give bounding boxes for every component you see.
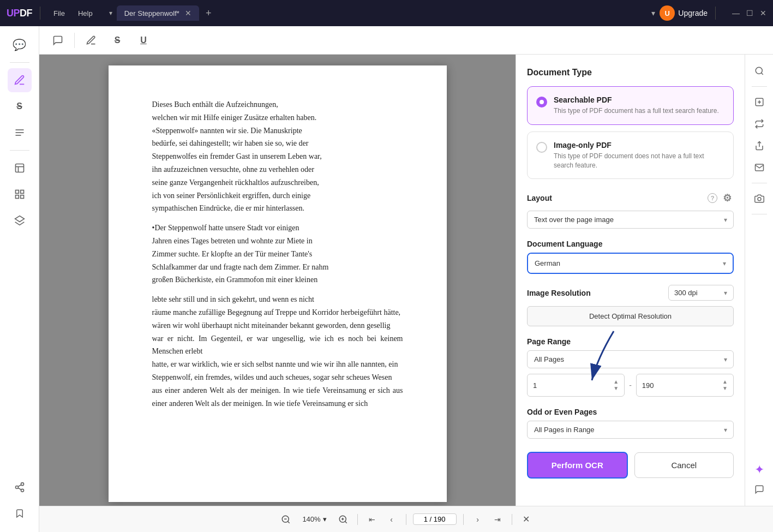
prev-page-button[interactable]: ‹	[384, 512, 399, 527]
svg-rect-9	[20, 195, 23, 199]
right-ocr-icon[interactable]	[750, 92, 769, 112]
close-button[interactable]: ✕	[760, 9, 766, 17]
toolbar-pen-icon[interactable]	[81, 31, 101, 50]
title-bar-dropdown-arrow[interactable]: ▾	[651, 9, 655, 17]
svg-point-13	[21, 489, 23, 492]
svg-rect-8	[15, 195, 19, 199]
searchable-pdf-option[interactable]: Searchable PDF This type of PDF document…	[527, 86, 734, 125]
toolbar: S U	[39, 26, 773, 55]
first-page-button[interactable]: ⇤	[364, 512, 380, 527]
right-email-icon[interactable]	[750, 158, 769, 177]
perform-ocr-button[interactable]: Perform OCR	[527, 452, 628, 479]
image-only-pdf-option[interactable]: Image-only PDF This type of PDF document…	[527, 131, 734, 180]
right-sidebar-sep-3	[752, 214, 767, 214]
upgrade-button[interactable]: U Upgrade	[660, 5, 708, 21]
maximize-button[interactable]: ☐	[746, 9, 753, 17]
layout-select-wrapper: Text over the page image Text only layer…	[527, 211, 734, 229]
zoom-level-display[interactable]: 140% ▾	[298, 514, 331, 524]
sidebar-icon-pen[interactable]	[8, 68, 32, 92]
toolbar-strikethrough-icon[interactable]: S	[107, 31, 127, 50]
searchable-pdf-desc: This type of PDF document has a full tex…	[554, 106, 719, 116]
zoom-out-button[interactable]	[278, 512, 293, 527]
tab-close-button[interactable]: ✕	[185, 9, 191, 17]
add-tab-button[interactable]: +	[201, 8, 216, 19]
sidebar-icon-comment[interactable]: 💬	[8, 33, 32, 57]
active-tab[interactable]: Der Steppenwolf* ✕	[117, 5, 199, 21]
main-area: 💬 S	[0, 26, 773, 532]
last-page-button[interactable]: ⇥	[490, 512, 505, 527]
page-range-to-down[interactable]: ▼	[722, 385, 728, 392]
next-page-button[interactable]: ›	[470, 512, 486, 527]
detect-optimal-resolution-button[interactable]: Detect Optimal Resolution	[527, 306, 734, 326]
page-range-section: Page Range All Pages Custom Range Curren…	[527, 337, 734, 397]
toolbar-comment-icon[interactable]	[48, 31, 68, 50]
page-number-input[interactable]	[413, 513, 457, 525]
resolution-label: Image Resolution	[527, 289, 662, 297]
bottom-toolbar: 140% ▾ ⇤ ‹ › ⇥ ✕	[39, 506, 773, 532]
image-resolution-section: Image Resolution 300 dpi 200 dpi 400 dpi…	[527, 285, 734, 326]
sidebar-icon-strikethrough[interactable]: S	[8, 94, 32, 118]
page-range-from-up[interactable]: ▲	[613, 379, 619, 385]
page-range-select[interactable]: All Pages Custom Range Current Page	[527, 350, 734, 368]
page-range-from-spinner: ▲ ▼	[613, 379, 619, 392]
page-range-to-up[interactable]: ▲	[722, 379, 728, 385]
sidebar-icon-share[interactable]	[8, 475, 32, 499]
language-select[interactable]: German English French Spanish Italian Ch…	[528, 254, 733, 273]
minimize-button[interactable]: —	[732, 9, 740, 17]
pdf-text-para3: lebte sehr still und in sich gekehrt, un…	[152, 293, 403, 410]
toolbar-underline-icon[interactable]: U	[134, 31, 153, 50]
app-logo: UPDF	[7, 8, 32, 19]
sidebar-icon-bookmark[interactable]	[8, 501, 32, 525]
cancel-button[interactable]: Cancel	[634, 452, 734, 478]
svg-rect-6	[15, 190, 19, 194]
svg-line-23	[288, 521, 290, 523]
right-sidebar-bottom: ✦	[750, 460, 769, 499]
page-range-to-spinner: ▲ ▼	[722, 379, 728, 392]
tab-dropdown-arrow[interactable]: ▾	[107, 7, 115, 19]
range-separator: -	[629, 381, 632, 390]
sidebar-icon-text[interactable]	[8, 121, 32, 145]
svg-point-17	[756, 67, 762, 74]
tab-area: ▾ Der Steppenwolf* ✕ +	[107, 5, 648, 21]
searchable-pdf-radio[interactable]	[536, 97, 547, 107]
page-range-from-down[interactable]: ▼	[613, 385, 619, 392]
layout-select[interactable]: Text over the page image Text only layer…	[527, 211, 734, 229]
pdf-viewer[interactable]: Dieses Buch enthält die Aufzeichnungen,w…	[39, 55, 516, 506]
doc-language-section: Document Language German English French …	[527, 240, 734, 274]
right-colorful-icon[interactable]: ✦	[750, 460, 769, 480]
content-area: Dieses Buch enthält die Aufzeichnungen,w…	[39, 55, 773, 506]
menu-file[interactable]: File	[48, 7, 70, 20]
right-search-icon[interactable]	[750, 61, 769, 81]
left-sidebar: 💬 S	[0, 26, 39, 532]
sidebar-icon-layers[interactable]	[8, 208, 32, 232]
odd-even-select-wrapper: All Pages in Range Odd Pages Only Even P…	[527, 421, 734, 439]
image-only-pdf-name: Image-only PDF	[554, 141, 724, 150]
resolution-select[interactable]: 300 dpi 200 dpi 400 dpi 600 dpi	[668, 285, 734, 301]
close-bar-button[interactable]: ✕	[519, 512, 534, 527]
right-chat-icon[interactable]	[750, 480, 769, 499]
menu-help[interactable]: Help	[73, 7, 98, 20]
right-share-icon[interactable]	[750, 136, 769, 156]
layout-help-icon[interactable]: ?	[708, 193, 717, 203]
right-camera-icon[interactable]	[750, 189, 769, 208]
pdf-text-para1: Dieses Buch enthält die Aufzeichnungen,w…	[152, 98, 403, 215]
title-bar-actions: ▾ U Upgrade — ☐ ✕	[651, 5, 766, 21]
title-divider-1	[40, 7, 40, 20]
page-range-label: Page Range	[527, 337, 734, 346]
page-range-to-value: 190	[642, 381, 654, 390]
sidebar-icon-grid[interactable]	[8, 182, 32, 206]
title-bar: UPDF File Help ▾ Der Steppenwolf* ✕ + ▾ …	[0, 0, 773, 26]
pdf-page: Dieses Buch enthält die Aufzeichnungen,w…	[109, 65, 447, 502]
sidebar-icon-page[interactable]	[8, 156, 32, 180]
page-range-select-wrapper: All Pages Custom Range Current Page ▾	[527, 350, 734, 368]
page-range-to-wrapper: 190 ▲ ▼	[636, 374, 734, 397]
svg-line-15	[18, 485, 21, 486]
image-only-pdf-radio[interactable]	[536, 142, 547, 153]
right-convert-icon[interactable]	[750, 114, 769, 134]
odd-even-select[interactable]: All Pages in Range Odd Pages Only Even P…	[527, 421, 734, 439]
title-divider-2	[715, 7, 716, 20]
svg-line-14	[18, 488, 21, 489]
page-range-from-value: 1	[533, 381, 537, 390]
layout-gear-icon[interactable]: ⚙	[721, 190, 734, 206]
zoom-in-button[interactable]	[335, 512, 351, 527]
